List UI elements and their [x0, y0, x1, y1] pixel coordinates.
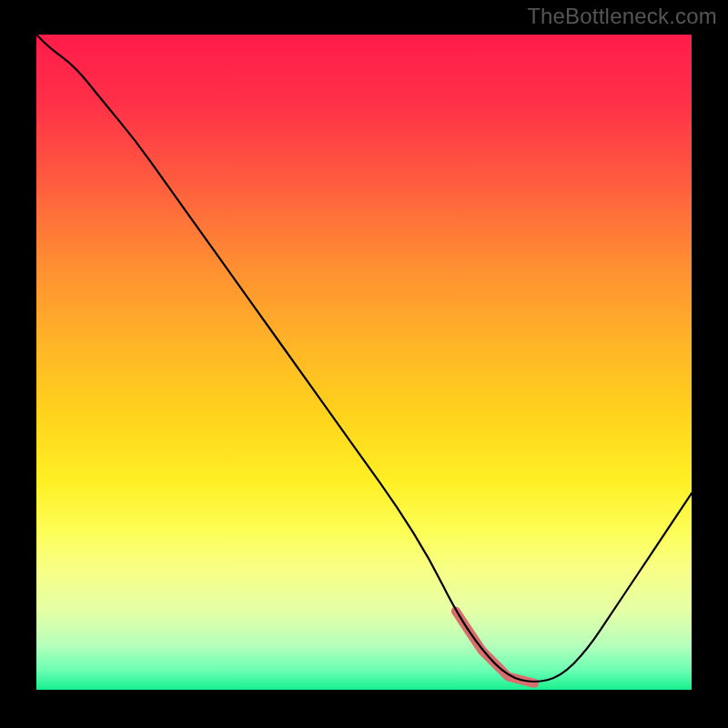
- curve-svg: [36, 35, 692, 690]
- curve-highlight: [456, 612, 534, 683]
- plot-area: [36, 35, 692, 690]
- attribution-label: TheBottleneck.com: [527, 4, 717, 29]
- chart-frame: TheBottleneck.com: [0, 0, 728, 728]
- curve-line: [36, 35, 692, 682]
